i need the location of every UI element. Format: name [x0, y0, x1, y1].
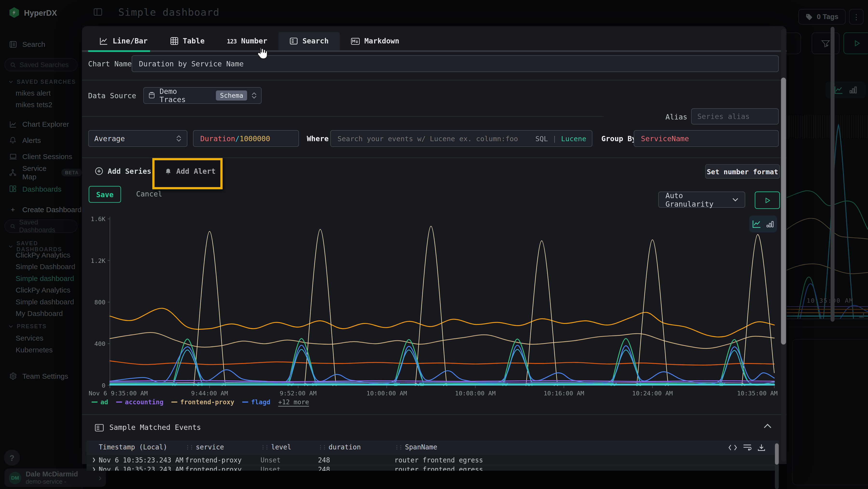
table-icon [170, 37, 179, 46]
where-label: Where [307, 135, 329, 143]
drag-handle-icon[interactable]: ⋮⋮ [395, 444, 402, 450]
svg-text:10:08:00 AM: 10:08:00 AM [455, 390, 495, 396]
select-chevrons-icon [176, 135, 181, 142]
play-icon [764, 197, 771, 204]
legend-item[interactable]: ad [91, 398, 108, 406]
cell-spanname: router frontend egress [395, 466, 725, 471]
line-chart-icon [99, 37, 108, 45]
legend-swatch [91, 401, 97, 403]
svg-text:10:00:00 AM: 10:00:00 AM [367, 390, 407, 396]
cell-level: Unset [260, 466, 318, 471]
chart-type-tabs: Line/Bar Table 123 Number Search Markdow… [88, 32, 411, 50]
chevron-up-icon [764, 423, 771, 428]
drag-handle-icon[interactable]: ⋮⋮ [260, 444, 268, 450]
divider [82, 414, 786, 415]
col-spanname[interactable]: ⋮⋮SpanName [395, 443, 725, 451]
lucene-toggle-option[interactable]: Lucene [561, 134, 586, 143]
data-source-value: Demo Traces [160, 87, 204, 104]
save-button[interactable]: Save [89, 186, 121, 202]
data-source-select[interactable]: Demo Traces Schema [144, 87, 261, 104]
cell-service: frontend-proxy [185, 456, 260, 464]
col-level[interactable]: ⋮⋮level [260, 443, 318, 451]
svg-text:10:24:00 AM: 10:24:00 AM [632, 390, 673, 396]
download-icon[interactable] [757, 443, 765, 451]
sql-toggle-option[interactable]: SQL [535, 134, 548, 143]
collapse-section-button[interactable] [764, 423, 771, 428]
data-source-label: Data Source [88, 91, 136, 100]
legend-swatch [116, 401, 122, 403]
tab-underline-active [88, 50, 150, 52]
col-timestamp[interactable]: Timestamp (Local) [99, 443, 185, 451]
run-query-button[interactable] [755, 192, 780, 209]
cell-timestamp: Nov 6 10:35:23.243 AM [99, 466, 185, 471]
toggle-divider: | [552, 134, 557, 143]
sample-events-title: Sample Matched Events [109, 423, 201, 432]
svg-text:0: 0 [102, 382, 105, 389]
chart-name-label: Chart Name [88, 60, 132, 68]
where-search-input[interactable] [331, 131, 534, 146]
drag-handle-icon[interactable]: ⋮⋮ [318, 444, 326, 450]
chart-legend: ad accounting frontend-proxy flagd +12 m… [91, 398, 309, 406]
table-row[interactable]: ❯| Nov 6 10:35:23.243 AM frontend-proxy … [87, 454, 779, 465]
series-alias-input[interactable] [691, 108, 779, 124]
markdown-icon [351, 37, 360, 45]
svg-text:10:35:00 AM: 10:35:00 AM [737, 390, 778, 396]
legend-item[interactable]: flagd [242, 398, 270, 406]
table-header-row: Timestamp (Local) ⋮⋮service ⋮⋮level ⋮⋮du… [87, 440, 779, 454]
cell-spanname: router frontend egress [395, 456, 725, 464]
modal-scrollbar-thumb[interactable] [781, 78, 786, 345]
legend-item[interactable]: frontend-proxy [172, 398, 235, 406]
divider [82, 80, 786, 80]
divider [82, 116, 603, 117]
timeseries-chart[interactable]: 04008001.2K1.6KNov 6 9:35:00 AM9:44:00 A… [88, 215, 781, 396]
cell-duration: 248 [318, 466, 395, 471]
cell-service: frontend-proxy [185, 466, 260, 471]
number-123-icon: 123 [227, 38, 237, 45]
sample-events-table: Timestamp (Local) ⋮⋮service ⋮⋮level ⋮⋮du… [87, 440, 779, 471]
schema-badge: Schema [216, 90, 247, 100]
tab-underline-track [82, 50, 786, 52]
legend-more-link[interactable]: +12 more [278, 398, 309, 406]
group-by-input[interactable]: ServiceName [633, 130, 779, 147]
cell-duration: 248 [318, 456, 395, 464]
database-icon [148, 91, 155, 99]
cell-level: Unset [260, 456, 318, 464]
col-duration[interactable]: ⋮⋮duration [318, 443, 395, 451]
expand-row-icon[interactable]: ❯ [92, 466, 96, 471]
granularity-select[interactable]: Auto Granularity [658, 192, 745, 208]
table-row-partial[interactable]: ❯| Nov 6 10:35:23.243 AM frontend-proxy … [87, 465, 779, 471]
tab-line-bar[interactable]: Line/Bar [88, 32, 159, 50]
annotation-highlight-box [152, 158, 223, 190]
where-input[interactable]: SQL | Lucene [330, 130, 592, 147]
table-scrollbar-thumb[interactable] [775, 443, 779, 465]
list-icon [95, 424, 104, 431]
legend-swatch [172, 401, 178, 403]
chart-name-input[interactable] [132, 55, 779, 72]
add-series-button[interactable]: Add Series [95, 167, 151, 175]
tab-number[interactable]: 123 Number [216, 32, 278, 50]
cell-timestamp: Nov 6 10:35:23.243 AM [99, 456, 185, 464]
set-number-format-button[interactable]: Set number format [705, 164, 780, 179]
svg-text:9:44:00 AM: 9:44:00 AM [191, 390, 228, 396]
expand-row-icon[interactable]: ❯ [92, 456, 96, 463]
aggregation-value: Average [94, 134, 125, 143]
edit-chart-modal: Line/Bar Table 123 Number Search Markdow… [82, 26, 786, 464]
code-icon[interactable] [728, 444, 737, 450]
mouse-cursor [255, 46, 268, 60]
svg-text:10:16:00 AM: 10:16:00 AM [544, 390, 584, 396]
tab-markdown[interactable]: Markdown [340, 32, 410, 50]
legend-item[interactable]: accounting [116, 398, 163, 406]
svg-text:Nov 6 9:35:00 AM: Nov 6 9:35:00 AM [89, 390, 148, 396]
field-expression-input[interactable]: Duration/1000000 [193, 130, 299, 147]
tab-search[interactable]: Search [278, 32, 340, 50]
svg-text:800: 800 [94, 298, 105, 306]
tab-table[interactable]: Table [159, 32, 216, 50]
alias-label: Alias [665, 113, 687, 121]
wrap-lines-icon[interactable] [743, 444, 751, 451]
svg-text:400: 400 [94, 340, 105, 347]
list-icon [289, 37, 298, 46]
col-service[interactable]: ⋮⋮service [185, 443, 260, 451]
aggregation-select[interactable]: Average [88, 130, 188, 147]
drag-handle-icon[interactable]: ⋮⋮ [185, 444, 193, 450]
chevron-down-icon [732, 198, 738, 202]
